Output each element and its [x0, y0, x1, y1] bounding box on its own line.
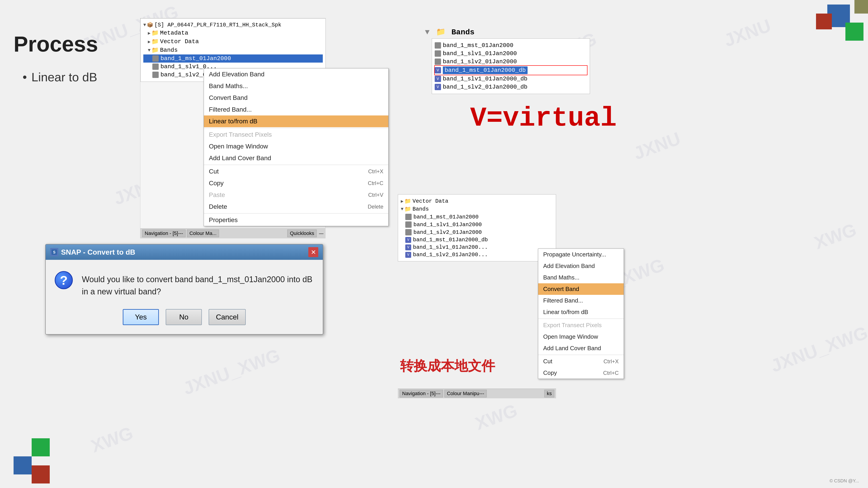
right-top-bands-header: ▼ 📁 Bands	[425, 27, 617, 37]
ctx-sep-3	[204, 213, 388, 214]
rb-expand-vector: ▶	[401, 198, 403, 204]
rb-vband-slv2-label: band_1_slv2_01Jan200...	[413, 252, 488, 258]
watermark-12: JXNU_XWG	[768, 322, 868, 377]
rb-ctx-copy-shortcut: Ctrl+C	[603, 370, 619, 376]
nav-colour[interactable]: Colour Ma...	[187, 230, 219, 237]
ctx-band-maths[interactable]: Band Maths...	[204, 80, 388, 92]
band-icon-slv1	[152, 64, 159, 70]
ctx-delete[interactable]: Delete Delete	[204, 201, 388, 213]
ctx-delete-label: Delete	[209, 203, 227, 210]
ctx-properties[interactable]: Properties	[204, 214, 388, 226]
dialog-yes-button[interactable]: Yes	[123, 309, 159, 325]
ctx-delete-shortcut: Delete	[368, 203, 383, 210]
ctx-filtered-band[interactable]: Filtered Band...	[204, 104, 388, 116]
expand-icon-bands: ▼	[148, 48, 151, 53]
rb-ctx-cut[interactable]: Cut Ctrl+X	[538, 356, 624, 367]
dialog-question-icon: ?	[55, 271, 73, 289]
right-top-vicon-mst: V	[435, 67, 441, 73]
deco-green	[32, 438, 50, 456]
tree-vectordata[interactable]: ▶ 📁 Vector Data	[143, 37, 323, 46]
ctx-add-land-cover[interactable]: Add Land Cover Band	[204, 152, 388, 164]
right-top-vband-mst[interactable]: V band_1_mst_01Jan2000_db	[435, 66, 587, 75]
rb-band-slv2-label: band_1_slv2_01Jan2000	[413, 229, 482, 235]
rb-ctx-add-elevation[interactable]: Add Elevation Band	[538, 260, 624, 272]
rb-ctx-cut-label: Cut	[543, 358, 552, 365]
tree-vectordata-label: Vector Data	[160, 38, 199, 45]
ctx-open-image[interactable]: Open Image Window	[204, 140, 388, 152]
rb-nav-navigation[interactable]: Navigation - [5]---	[400, 390, 443, 397]
rb-vicon-slv2: V	[405, 252, 411, 258]
tree-bands-label: Bands	[160, 47, 178, 54]
rb-ctx-propagate[interactable]: Propagate Uncertainty...	[538, 249, 624, 260]
expand-icon-vector: ▶	[148, 39, 151, 44]
rb-vectordata-label: Vector Data	[412, 198, 448, 204]
rb-ctx-filtered-band[interactable]: Filtered Band...	[538, 295, 624, 306]
rb-ctx-add-land-cover[interactable]: Add Land Cover Band	[538, 343, 624, 354]
ctx-convert-band[interactable]: Convert Band	[204, 92, 388, 104]
watermark-8: JXNU	[631, 128, 683, 164]
nav-quicklooks[interactable]: Quicklooks	[287, 230, 317, 237]
right-top-icon-slv1	[435, 51, 441, 57]
expand-icon-root: ▼	[143, 22, 146, 28]
ctx-add-elevation-band[interactable]: Add Elevation Band	[204, 68, 388, 80]
rb-vband-slv1[interactable]: V band_1_slv1_01Jan200...	[401, 243, 553, 251]
rb-tree-bands[interactable]: ▼ 📁 Bands	[401, 205, 553, 213]
dialog-close-button[interactable]: ✕	[308, 247, 318, 257]
tree-band-mst[interactable]: band_1_mst_01Jan2000	[143, 55, 323, 63]
dialog-titlebar: S SNAP - Convert to dB ✕	[46, 245, 323, 260]
rb-band-slv2[interactable]: band_1_slv2_01Jan2000	[401, 228, 553, 236]
right-bottom-panel: ▶ 📁 Vector Data ▼ 📁 Bands band_1_mst_01J…	[398, 194, 556, 261]
rb-band-slv1[interactable]: band_1_slv1_01Jan2000	[401, 221, 553, 228]
rb-ctx-linear-db[interactable]: Linear to/from dB	[538, 306, 624, 318]
tree-metadata[interactable]: ▶ 📁 Metadata	[143, 29, 323, 37]
ctx-copy-shortcut: Ctrl+C	[368, 180, 383, 186]
root-icon: 📦	[147, 22, 153, 28]
tree-root-label: [S] AP_06447_PLR_F7110_RT1_HH_Stack_Spk	[154, 22, 281, 28]
nav-navigation[interactable]: Navigation - [5]---	[142, 230, 186, 237]
rb-ctx-convert-band[interactable]: Convert Band	[538, 283, 624, 295]
rb-navbar: Navigation - [5]--- Colour Manipu--- ks	[398, 389, 556, 398]
right-top-band-slv1[interactable]: band_1_slv1_01Jan2000	[435, 50, 587, 58]
right-top-icon-mst	[435, 42, 441, 48]
right-top-vband-slv1[interactable]: V band_1_slv1_01Jan2000_db	[435, 75, 587, 83]
right-top-vicon-slv1: V	[435, 76, 441, 82]
right-top-expand-icon: ▼	[425, 28, 430, 37]
rb-ctx-copy[interactable]: Copy Ctrl+C	[538, 367, 624, 379]
rb-nav-colour[interactable]: Colour Manipu---	[444, 390, 487, 397]
rb-vband-slv2[interactable]: V band_1_slv2_01Jan200...	[401, 251, 553, 258]
right-bottom-tree: ▶ 📁 Vector Data ▼ 📁 Bands band_1_mst_01J…	[398, 194, 556, 261]
ctx-cut[interactable]: Cut Ctrl+X	[204, 166, 388, 177]
deco-tr-red	[816, 13, 832, 29]
rb-band-mst-label: band_1_mst_01Jan2000	[413, 214, 478, 220]
right-top-band-mst[interactable]: band_1_mst_01Jan2000	[435, 41, 587, 50]
right-top-icon-slv2	[435, 59, 441, 65]
ctx-sep-2	[204, 165, 388, 165]
bullet-dot: •	[23, 70, 27, 84]
deco-red	[32, 465, 50, 484]
watermark-13: XWG	[811, 219, 859, 254]
rb-tree-vectordata[interactable]: ▶ 📁 Vector Data	[401, 197, 553, 205]
band-icon-slv2	[152, 72, 159, 78]
ctx-linear-db[interactable]: Linear to/from dB	[204, 116, 388, 127]
right-top-band-slv1-label: band_1_slv1_01Jan2000	[443, 50, 517, 57]
nav-minimize[interactable]: —	[319, 231, 323, 236]
dialog-cancel-button[interactable]: Cancel	[209, 309, 246, 325]
tree-bands[interactable]: ▼ 📁 Bands	[143, 46, 323, 55]
deco-blue	[13, 456, 32, 475]
svg-text:S: S	[53, 250, 56, 254]
rb-ctx-sep-1	[538, 319, 624, 319]
right-top-band-slv2[interactable]: band_1_slv2_01Jan2000	[435, 58, 587, 66]
dialog-title-left: S SNAP - Convert to dB	[50, 248, 135, 256]
rb-ctx-band-maths[interactable]: Band Maths...	[538, 272, 624, 283]
right-top-panel: ▼ 📁 Bands band_1_mst_01Jan2000 band_1_sl…	[425, 27, 617, 134]
rb-band-mst[interactable]: band_1_mst_01Jan2000	[401, 213, 553, 221]
rb-ctx-open-image[interactable]: Open Image Window	[538, 331, 624, 343]
rb-vband-mst[interactable]: V band_1_mst_01Jan2000_db	[401, 236, 553, 243]
right-top-vband-slv2[interactable]: V band_1_slv2_01Jan2000_db	[435, 83, 587, 91]
right-top-band-slv2-label: band_1_slv2_01Jan2000	[443, 58, 517, 65]
right-bottom-context-menu: Propagate Uncertainty... Add Elevation B…	[538, 249, 624, 379]
dialog-no-button[interactable]: No	[166, 309, 202, 325]
bottom-left-decoration	[0, 425, 63, 488]
rb-nav-ks[interactable]: ks	[544, 390, 554, 397]
ctx-copy[interactable]: Copy Ctrl+C	[204, 177, 388, 189]
